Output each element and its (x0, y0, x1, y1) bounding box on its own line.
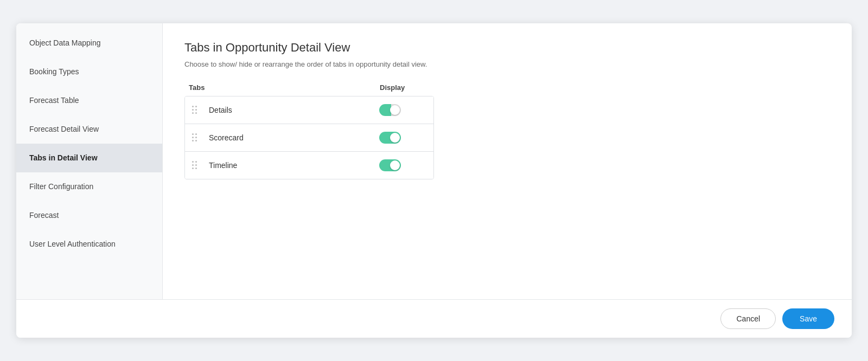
table-header: Tabs Display (184, 83, 434, 96)
toggle-cell-timeline (379, 152, 433, 179)
main-content: Tabs in Opportunity Detail View Choose t… (163, 23, 852, 299)
modal-footer: Cancel Save (16, 299, 852, 338)
modal-container: Object Data MappingBooking TypesForecast… (16, 23, 852, 338)
table-row: Scorecard (185, 124, 433, 152)
toggle-details[interactable] (379, 104, 401, 116)
save-button[interactable]: Save (782, 308, 834, 329)
col-tabs-header: Tabs (184, 83, 380, 92)
drag-handle[interactable] (185, 153, 205, 177)
row-label-scorecard: Scorecard (205, 126, 379, 150)
modal-body: Object Data MappingBooking TypesForecast… (16, 23, 852, 299)
toggle-scorecard[interactable] (379, 132, 401, 144)
page-description: Choose to show/ hide or rearrange the or… (184, 60, 830, 68)
sidebar-item-user-level-authentication[interactable]: User Level Authentication (16, 230, 162, 259)
table-rows: DetailsScorecardTimeline (184, 96, 434, 179)
row-label-timeline: Timeline (205, 153, 379, 177)
sidebar: Object Data MappingBooking TypesForecast… (16, 23, 163, 299)
sidebar-item-booking-types[interactable]: Booking Types (16, 57, 162, 86)
toggle-cell-scorecard (379, 124, 433, 151)
sidebar-item-forecast[interactable]: Forecast (16, 201, 162, 230)
toggle-timeline[interactable] (379, 159, 401, 171)
sidebar-item-forecast-detail-view[interactable]: Forecast Detail View (16, 115, 162, 144)
table-row: Details (185, 96, 433, 124)
tabs-table: Tabs Display DetailsScorecardTimeline (184, 83, 434, 179)
page-title: Tabs in Opportunity Detail View (184, 41, 830, 55)
sidebar-item-filter-configuration[interactable]: Filter Configuration (16, 172, 162, 201)
sidebar-item-object-data-mapping[interactable]: Object Data Mapping (16, 29, 162, 57)
sidebar-item-tabs-in-detail-view[interactable]: Tabs in Detail View (16, 144, 162, 172)
row-label-details: Details (205, 98, 379, 122)
drag-handle[interactable] (185, 126, 205, 150)
drag-handle[interactable] (185, 98, 205, 122)
toggle-cell-details (379, 96, 433, 124)
table-row: Timeline (185, 152, 433, 179)
sidebar-item-forecast-table[interactable]: Forecast Table (16, 86, 162, 115)
cancel-button[interactable]: Cancel (720, 308, 776, 329)
col-display-header: Display (380, 83, 434, 92)
